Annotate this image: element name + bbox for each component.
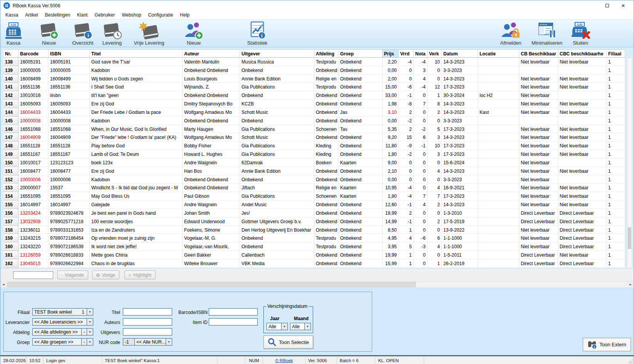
table-row[interactable]: 1471600490916004909Der "Friede" lebe ! G…	[3, 133, 625, 142]
cell[interactable]: Onbekend	[339, 234, 382, 242]
table-row[interactable]: 1391000000510000005KadobonOnbekend Onbek…	[3, 66, 625, 75]
cell[interactable]: Direct Leverbaar	[519, 209, 558, 217]
cell[interactable]: Der "Friede" lebe ! G'odiam la' pace! (K…	[90, 133, 183, 142]
cell[interactable]: Onbekend Onbekend	[183, 117, 240, 125]
cell[interactable]: Willeke Brouwer	[183, 259, 240, 268]
cell[interactable]: Wolfgang Amadeus Mo	[183, 133, 240, 142]
table-row[interactable]: 1431600509316005093Ere zij GodDmitry Ste…	[3, 100, 625, 108]
cell[interactable]: 0	[428, 159, 442, 167]
resize-grip[interactable]	[628, 356, 634, 364]
table-row[interactable]: 1461655106816551068When, in Our Music, G…	[3, 125, 625, 134]
cell[interactable]: 9789072186539	[49, 242, 90, 251]
cell[interactable]: -1	[399, 91, 414, 100]
cell[interactable]: 16005093	[18, 100, 49, 108]
cell[interactable]: 0	[414, 259, 428, 268]
cell[interactable]: 14-3-2023	[442, 100, 478, 108]
cell[interactable]: 2	[399, 209, 414, 217]
cell[interactable]: Onbekend	[339, 100, 382, 108]
cell[interactable]: 16551068	[49, 125, 90, 134]
cell[interactable]: 1,98	[382, 100, 399, 108]
maximize-icon[interactable]	[605, 4, 609, 7]
column-header-cbc-beschikbaarhe[interactable]: CBC beschikbaarhe	[558, 50, 607, 57]
cell[interactable]: Kast	[478, 108, 519, 117]
cell[interactable]: 4	[414, 200, 428, 209]
column-header-barcode[interactable]: Barcode	[18, 50, 49, 57]
cell[interactable]: Onbekend	[240, 242, 314, 251]
cell[interactable]: 16004433	[18, 108, 49, 117]
cell[interactable]: 4	[399, 234, 414, 242]
table-row[interactable]: 160132432209789072186539Ik word niet zie…	[3, 242, 625, 251]
table-row[interactable]: 1441600443316004433Der Friede Lebe / God…	[3, 108, 625, 117]
cell[interactable]	[478, 142, 519, 150]
cell[interactable]: 1	[607, 108, 625, 117]
cell[interactable]: 123123123	[49, 159, 90, 167]
cell[interactable]	[478, 175, 519, 184]
cell[interactable]: 1	[607, 217, 625, 226]
cell[interactable]: 9,00	[382, 159, 399, 167]
cell[interactable]: 0	[414, 175, 428, 184]
cell[interactable]: Niet leverbaar	[519, 200, 558, 209]
cell[interactable]: 0	[428, 226, 442, 234]
cell[interactable]: Galejade	[90, 200, 183, 209]
cell[interactable]: Kadobon	[90, 175, 183, 184]
cell[interactable]: 2	[428, 108, 442, 117]
cell[interactable]: 142	[3, 91, 18, 100]
cell[interactable]: 100 eerste woordjes	[90, 217, 183, 226]
uitgevers-input[interactable]	[123, 328, 172, 336]
cell[interactable]: Gia Publications	[240, 192, 314, 200]
cell[interactable]: 152	[3, 175, 18, 184]
cell[interactable]: 9,20	[382, 133, 399, 142]
vertical-scrollbar[interactable]	[627, 58, 632, 268]
cell[interactable]: Callenbach	[240, 251, 314, 259]
cell[interactable]: 0	[414, 209, 428, 217]
column-header-nr-[interactable]: Nr.	[3, 50, 18, 57]
menu-klant[interactable]: Klant	[74, 11, 91, 19]
cell[interactable]: Ere zij God	[90, 167, 183, 175]
table-row[interactable]: 1532000000715537Windlicht S - Ik bid dat…	[3, 184, 625, 192]
cell[interactable]: 1	[607, 117, 625, 125]
cell[interactable]: Onbekend	[339, 150, 382, 159]
search-input[interactable]	[13, 271, 53, 279]
cell[interactable]: 160	[3, 242, 18, 251]
cell[interactable]: Onbekend	[314, 200, 339, 209]
cell[interactable]: Kleding	[314, 142, 339, 150]
table-row[interactable]: 158132360119789033131653Iza en de Zandru…	[3, 226, 625, 234]
cell[interactable]	[519, 66, 558, 75]
cell[interactable]: Edward Underwood	[183, 217, 240, 226]
scroll-left-icon[interactable]: ◄	[0, 282, 7, 287]
cell[interactable]: 13045015	[18, 259, 49, 268]
cell[interactable]: Onbekend	[339, 209, 382, 217]
cell[interactable]: -1	[399, 217, 414, 226]
cell[interactable]: -3	[414, 242, 428, 251]
cell[interactable]: Niet leverbaar	[558, 184, 607, 192]
cell[interactable]: Onbekend	[339, 91, 382, 100]
cell[interactable]: 13236011	[18, 226, 49, 234]
cell[interactable]: 14-3-2023	[442, 108, 478, 117]
cell[interactable]: 9789033131653	[49, 226, 90, 234]
cell[interactable]	[478, 58, 519, 66]
cell[interactable]	[478, 251, 519, 259]
cell[interactable]: 1	[399, 251, 414, 259]
cell[interactable]: 8	[428, 100, 442, 108]
cell[interactable]: 0	[414, 251, 428, 259]
cell[interactable]: 10000005	[18, 66, 49, 75]
cell[interactable]: 3,95	[382, 242, 399, 251]
cell[interactable]: 10	[428, 58, 442, 66]
cell[interactable]: 16551068	[18, 125, 49, 134]
cell[interactable]	[478, 259, 519, 268]
cell[interactable]: Onbekend	[339, 251, 382, 259]
cell[interactable]: Kaarten	[339, 159, 382, 167]
cell[interactable]: 2,00	[382, 75, 399, 83]
cell[interactable]: 16005093	[49, 100, 90, 108]
cell[interactable]: Testprodu	[314, 83, 339, 91]
cell[interactable]: 0,00	[382, 117, 399, 125]
cell[interactable]: Niet leverbaar	[558, 58, 607, 66]
cell[interactable]: -6	[399, 83, 414, 91]
cell[interactable]: Niet leverbaar	[558, 100, 607, 108]
chevron-down-icon[interactable]: ▼	[166, 339, 172, 345]
cell[interactable]: boek 123x	[90, 159, 183, 167]
cell[interactable]: Vogelaar,-M, G.	[183, 234, 240, 242]
cell[interactable]: 14-3-2023	[442, 167, 478, 175]
cell[interactable]: 140	[3, 75, 18, 83]
cell[interactable]: 1	[428, 259, 442, 268]
